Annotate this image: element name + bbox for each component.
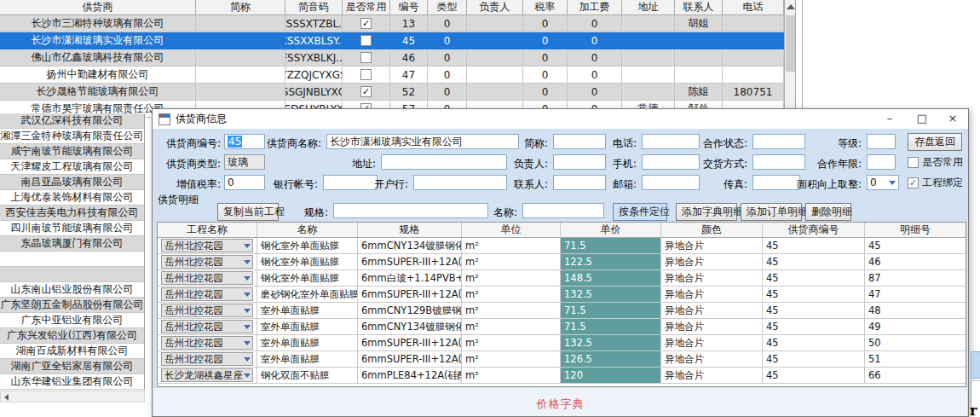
project-combo[interactable]: 岳州北控花园 — [161, 255, 253, 269]
supplier-list-item[interactable]: 天津耀皮工程玻璃有限公司 — [0, 159, 144, 175]
scroll-left-icon[interactable] — [4, 394, 9, 401]
supplier-cell — [467, 84, 523, 101]
supplier-list-item[interactable]: 湘潭三金特种玻璃有限责任公司 — [0, 129, 144, 144]
list-horizontal-scrollbar[interactable] — [0, 391, 145, 403]
supplier-list-item[interactable]: 西安佳吉美电力科技有限公司 — [0, 206, 144, 221]
coop-status-input[interactable] — [752, 134, 805, 149]
common-use-checkbox[interactable] — [360, 86, 372, 97]
supplier-list-item[interactable]: 广东兴发铝业(江西)有限公司 — [0, 328, 144, 344]
add-dictionary-detail-button[interactable]: 添加字典明细 — [676, 203, 737, 221]
coop-years-input[interactable] — [867, 154, 896, 170]
phone-input[interactable] — [642, 134, 700, 149]
detail-row[interactable]: 岳州北控花园钢化室外单面贴膜6mmCNY134镀膜钢化m²71.5异地合片454… — [158, 238, 966, 254]
supplier-list-item[interactable]: 咸宁南玻节能玻璃有限公司 — [0, 144, 144, 159]
name-filter-input[interactable] — [522, 203, 604, 218]
supplier-name-input[interactable]: 长沙市潇湘玻璃实业有限公司 — [326, 134, 519, 149]
scrollbar-thumb[interactable] — [786, 15, 795, 72]
supplier-list-item[interactable]: 武汉亿深科技有限公司 — [0, 113, 144, 129]
supplier-list-item[interactable]: 广东中亚铝业有限公司 — [0, 313, 144, 328]
common-use-checkbox[interactable] — [360, 18, 372, 29]
mobile-input[interactable] — [642, 154, 700, 170]
vat-rate-input[interactable]: 0 — [224, 175, 265, 190]
supplier-list-item[interactable]: 山东南山铝业股份有限公司 — [0, 282, 144, 298]
detail-row[interactable]: 岳州北控花园磨砂钢化室外单面贴膜6mmSUPER-III+12A(硅...m²1… — [158, 287, 966, 303]
area-round-up-select[interactable]: 0 — [867, 175, 899, 190]
checkbox-checked-icon[interactable] — [908, 177, 919, 188]
common-use-checkbox[interactable] — [360, 52, 372, 63]
manager-input[interactable] — [553, 154, 606, 170]
project-combo[interactable]: 岳州北控花园 — [161, 287, 253, 301]
add-order-detail-button[interactable]: 添加订单明细 — [741, 203, 802, 221]
supplier-list-item[interactable]: 上海优泰装饰材料有限公司 — [0, 190, 144, 206]
detail-row[interactable]: 岳州北控花园室外单面贴膜6mmCNY129B镀膜钢化m²71.5异地合片4548 — [158, 303, 966, 319]
detail-cell: 岳州北控花园 — [158, 303, 257, 319]
detail-cell: 71.5 — [561, 303, 661, 319]
common-use-checkbox[interactable] — [360, 69, 372, 80]
supplier-list-item[interactable] — [0, 267, 144, 282]
detail-cell: m² — [462, 238, 561, 254]
project-bind-checkbox[interactable]: 工程绑定 — [908, 175, 963, 190]
project-combo[interactable]: 岳州北控花园 — [161, 271, 253, 285]
detail-row[interactable]: 岳州北控花园钢化室外单面贴膜6mm白玻+1.14PVB+6mm...m²148.… — [158, 270, 966, 287]
close-button[interactable]: × — [939, 109, 966, 129]
supplier-list-item[interactable]: 山东华建铝业集团有限公司 — [0, 374, 144, 390]
detail-cell: m² — [462, 270, 561, 287]
supplier-row[interactable]: 长沙市三湘特种玻璃有限公司CSSSXTZBL...13000胡姐 — [0, 15, 796, 32]
supplier-list-item[interactable]: 湖南广亚全铝家居有限公司 — [0, 359, 144, 374]
supplier-row[interactable]: 长沙市潇湘玻璃实业有限公司CSSXXBLSY...45000 — [0, 32, 796, 49]
delivery-input[interactable] — [752, 154, 805, 170]
contact-input[interactable] — [553, 175, 606, 190]
checkbox-icon[interactable] — [908, 157, 919, 168]
table-vertical-scrollbar[interactable] — [784, 0, 796, 108]
project-combo[interactable]: 岳州北控花园 — [161, 336, 253, 350]
spec-filter-input[interactable] — [333, 203, 488, 218]
project-combo[interactable]: 长沙龙湖祺鑫星座 — [161, 368, 253, 382]
chevron-down-icon[interactable] — [889, 181, 896, 185]
supplier-list-item[interactable]: 广东坚朗五金制品股份有限公司 — [0, 298, 144, 313]
supplier-row[interactable]: 扬州中勤建材有限公司YZZQJCYXGS47000 — [0, 67, 796, 84]
supplier-list-item[interactable]: 四川南玻节能玻璃有限公司 — [0, 221, 144, 236]
save-return-button[interactable]: 存盘返回 — [908, 133, 962, 151]
contact-label: 联系人: — [514, 177, 548, 192]
bank-branch-input[interactable] — [413, 175, 507, 190]
supplier-list-item[interactable] — [0, 252, 144, 267]
supplier-cell — [467, 15, 523, 32]
chevron-down-icon — [244, 341, 251, 345]
detail-row[interactable]: 岳州北控花园室外单面贴膜6mmSUPER-III+12A(硅...m²132.5… — [158, 335, 966, 351]
grade-input[interactable] — [867, 134, 896, 149]
email-input[interactable] — [642, 175, 700, 190]
common-use-checkbox[interactable] — [360, 35, 372, 46]
project-combo[interactable]: 岳州北控花园 — [161, 239, 253, 252]
address-input[interactable] — [381, 154, 507, 170]
fax-input[interactable] — [752, 175, 800, 190]
scroll-up-icon[interactable] — [787, 4, 795, 9]
detail-row[interactable]: 岳州北控花园室外单面贴膜6mmSUPER-III+12A(硅...m²126.5… — [158, 351, 966, 368]
copy-project-button[interactable]: 复制当前工程 — [217, 203, 279, 221]
grade-label: 等级: — [838, 136, 862, 151]
supplier-id-input[interactable]: 45 — [224, 134, 265, 149]
supplier-list-item[interactable]: 湖南百成新材料有限公司 — [0, 344, 144, 359]
project-combo[interactable]: 岳州北控花园 — [161, 304, 253, 317]
dialog-titlebar[interactable]: 供货商信息 – □ × — [153, 109, 968, 129]
dialog-title: 供货商信息 — [176, 112, 227, 126]
supplier-list-item[interactable]: 南昌亚晶玻璃有限公司 — [0, 175, 144, 190]
project-combo[interactable]: 岳州北控花园 — [161, 352, 253, 366]
supplier-type-input[interactable]: 玻璃 — [224, 154, 265, 170]
is-common-checkbox[interactable]: 是否常用 — [908, 154, 963, 170]
detail-row[interactable]: 岳州北控花园室外单面贴膜6mmCNY134镀膜钢化m²71.5异地合片4549 — [158, 319, 966, 335]
bank-account-input[interactable] — [323, 175, 378, 190]
chevron-down-icon — [244, 309, 251, 313]
supplier-row[interactable]: 佛山市亿鑫玻璃科技有限公司FSSYXBLKJ...46000 — [0, 49, 796, 67]
maximize-button[interactable]: □ — [908, 109, 936, 129]
minimize-button[interactable]: – — [876, 109, 903, 129]
project-combo[interactable]: 岳州北控花园 — [161, 320, 253, 333]
detail-row[interactable]: 长沙龙湖祺鑫星座钢化双面不贴膜6mmPLE84+12A(硅酮胶...m²120异… — [158, 368, 966, 384]
supplier-list-item[interactable]: 东晶玻璃厦门有限公司 — [0, 236, 144, 252]
supplier-row[interactable]: 长沙晟格节能玻璃有限公司CSSGJNBLYXGS52000陈姐180751 — [0, 84, 796, 101]
mobile-label: 手机: — [613, 156, 637, 171]
delete-detail-button[interactable]: 删除明细 — [805, 203, 851, 221]
locate-by-condition-button[interactable]: 按条件定位 — [613, 203, 667, 221]
detail-row[interactable]: 岳州北控花园钢化室外单面贴膜6mmSUPER-III+12A(硅...m²122… — [158, 254, 966, 270]
column-header: 是否常用 — [343, 0, 390, 15]
short-name-input[interactable] — [553, 134, 606, 149]
